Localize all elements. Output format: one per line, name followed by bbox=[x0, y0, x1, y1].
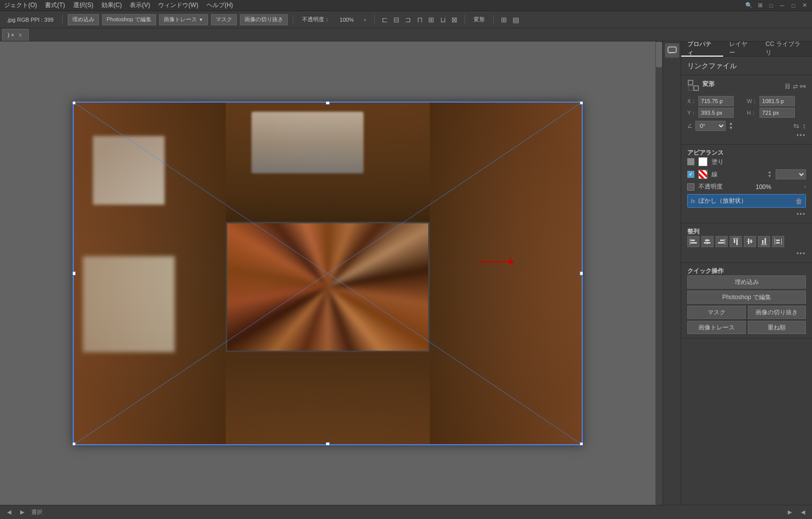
align-middle-v-btn[interactable] bbox=[744, 236, 756, 247]
canvas-area[interactable] bbox=[0, 41, 655, 505]
tab-cc-libraries[interactable]: CC ライブラリ bbox=[759, 41, 812, 57]
photoshop-edit-button[interactable]: Photoshop で編集 bbox=[102, 14, 156, 25]
stroke-type-select[interactable] bbox=[776, 169, 806, 179]
status-next-button[interactable]: ▶ bbox=[18, 508, 26, 516]
align-row-1 bbox=[687, 236, 806, 247]
status-bar: ◀ ▶ 選択 ▶ ◀ bbox=[0, 505, 812, 519]
align-section: 整列 bbox=[681, 223, 812, 263]
tab-layers[interactable]: レイヤー bbox=[723, 41, 759, 57]
distribute-btn[interactable] bbox=[772, 236, 784, 247]
fill-checkbox[interactable] bbox=[687, 158, 694, 165]
opacity-more-icon[interactable]: › bbox=[804, 184, 806, 190]
flip-h-icon[interactable]: ⇆ bbox=[793, 122, 799, 130]
fill-color-swatch[interactable] bbox=[698, 157, 707, 166]
minimize-icon[interactable]: ─ bbox=[779, 2, 786, 9]
transform-more-button[interactable]: ••• bbox=[796, 132, 806, 139]
x-input[interactable] bbox=[698, 96, 734, 106]
overlap-action-button[interactable]: 重ね順 bbox=[748, 321, 806, 334]
more-arrow[interactable]: › bbox=[361, 15, 370, 24]
quick-action-grid: マスク 画像の切り抜き 画像トレース 重ね順 bbox=[687, 306, 806, 334]
svg-rect-3 bbox=[688, 80, 693, 85]
w-input[interactable] bbox=[759, 96, 795, 106]
maximize-icon[interactable]: □ bbox=[790, 2, 797, 9]
blur-overlay bbox=[73, 102, 583, 445]
transform-link-icon[interactable]: ⛓ bbox=[785, 83, 791, 90]
tab-label: ) × bbox=[8, 32, 14, 38]
align-bottom-icon[interactable]: ⊔ bbox=[438, 15, 448, 25]
menu-item-help[interactable]: ヘルプ(H) bbox=[207, 1, 233, 10]
menu-item-format[interactable]: 書式(T) bbox=[45, 1, 65, 10]
panel-icon[interactable]: ▤ bbox=[511, 15, 521, 25]
svg-rect-26 bbox=[776, 240, 780, 241]
appearance-more-button[interactable]: ••• bbox=[796, 211, 806, 218]
appearance-section: アピアランス 塗り ✓ 線 ▲ bbox=[681, 145, 812, 223]
stroke-color-swatch[interactable] bbox=[698, 170, 707, 179]
sep4 bbox=[465, 15, 465, 25]
delete-effect-button[interactable]: 🗑 bbox=[795, 197, 802, 205]
angle-down-icon[interactable]: ▼ bbox=[729, 126, 733, 130]
opacity-checkbox[interactable]: — bbox=[687, 183, 694, 191]
y-input[interactable] bbox=[698, 108, 734, 118]
align-left-icon[interactable]: ⊏ bbox=[380, 15, 390, 25]
status-prev-button[interactable]: ◀ bbox=[5, 508, 13, 516]
status-end-button[interactable]: ◀ bbox=[799, 508, 807, 516]
menu-item-select[interactable]: 選択(S) bbox=[73, 1, 93, 10]
scroll-thumb-vertical[interactable] bbox=[656, 42, 662, 67]
status-play-button[interactable]: ▶ bbox=[786, 508, 794, 516]
align-more-button[interactable]: ••• bbox=[796, 250, 806, 257]
h-label: H： bbox=[747, 109, 757, 117]
mask-button[interactable]: マスク bbox=[211, 14, 237, 25]
canvas-scrollbar-vertical[interactable] bbox=[655, 41, 663, 505]
close-icon[interactable]: ✕ bbox=[801, 2, 808, 9]
align-bottom-btn[interactable] bbox=[758, 236, 770, 247]
mask-action-button[interactable]: マスク bbox=[687, 306, 746, 319]
crop-action-button[interactable]: 画像の切り抜き bbox=[748, 306, 806, 319]
distribute-h-icon[interactable]: ⊠ bbox=[449, 15, 460, 25]
h-input[interactable] bbox=[759, 108, 795, 118]
grid-icon[interactable]: ⊞ bbox=[756, 2, 764, 9]
flip-v-icon[interactable]: ↕ bbox=[802, 122, 806, 130]
align-top-icon[interactable]: ⊓ bbox=[415, 15, 425, 25]
transform-flip-icon[interactable]: ⇄ bbox=[793, 83, 798, 90]
right-panel: プロパティ レイヤー CC ライブラリ リンクファイル 変形 bbox=[681, 41, 812, 505]
document-tab[interactable]: ) × ✕ bbox=[2, 29, 29, 41]
crop-button[interactable]: 画像の切り抜き bbox=[240, 14, 288, 25]
align-center-v-icon[interactable]: ⊞ bbox=[426, 15, 436, 25]
menu-item-window[interactable]: ウィンドウ(W) bbox=[158, 1, 198, 10]
transform-constrain-icon[interactable]: ⚯ bbox=[800, 82, 806, 90]
tab-close-button[interactable]: ✕ bbox=[17, 32, 23, 38]
svg-rect-18 bbox=[747, 241, 753, 242]
search-icon[interactable]: 🔍 bbox=[745, 2, 752, 9]
svg-rect-2 bbox=[668, 47, 676, 53]
image-trace-button[interactable]: 画像トレース ▼ bbox=[159, 14, 208, 25]
fill-label: 塗り bbox=[712, 158, 724, 166]
view-grid-icon[interactable]: ⊞ bbox=[499, 15, 509, 25]
menu-item-effect[interactable]: 効果(C) bbox=[102, 1, 122, 10]
comment-icon[interactable] bbox=[665, 43, 679, 58]
align-right-icon[interactable]: ⊐ bbox=[403, 15, 413, 25]
window-icon[interactable]: □ bbox=[768, 2, 775, 9]
menu-item-view[interactable]: 表示(V) bbox=[130, 1, 150, 10]
effect-fx-icon: fx bbox=[691, 198, 695, 204]
opacity-row: — 不透明度 100% › bbox=[687, 182, 806, 191]
canvas-image-container[interactable] bbox=[73, 102, 583, 445]
svg-rect-24 bbox=[775, 239, 775, 245]
align-left-btn[interactable] bbox=[687, 236, 699, 247]
align-center-h-btn[interactable] bbox=[701, 236, 714, 247]
align-center-h-icon[interactable]: ⊟ bbox=[391, 15, 401, 25]
tab-properties[interactable]: プロパティ bbox=[681, 41, 723, 57]
panel-tabs: プロパティ レイヤー CC ライブラリ bbox=[681, 41, 812, 57]
align-top-btn[interactable] bbox=[730, 236, 742, 247]
trace-action-button[interactable]: 画像トレース bbox=[687, 321, 746, 334]
angle-select[interactable]: 0° 90° 180° 270° bbox=[695, 121, 726, 131]
blur-effect-row[interactable]: fx ぼかし（放射状） 🗑 bbox=[687, 194, 806, 208]
menu-item-project[interactable]: ジェクト(O) bbox=[4, 1, 37, 10]
embed-button[interactable]: 埋め込み bbox=[68, 14, 99, 25]
embed-action-button[interactable]: 埋め込み bbox=[687, 275, 806, 289]
opacity-value[interactable]: 100% bbox=[336, 15, 358, 24]
photoshop-action-button[interactable]: Photoshop で編集 bbox=[687, 291, 806, 304]
stroke-checkbox[interactable]: ✓ bbox=[687, 171, 694, 178]
align-right-btn[interactable] bbox=[716, 236, 728, 247]
link-file-title: リンクファイル bbox=[681, 57, 812, 75]
stroke-down-icon[interactable]: ▼ bbox=[768, 174, 772, 178]
